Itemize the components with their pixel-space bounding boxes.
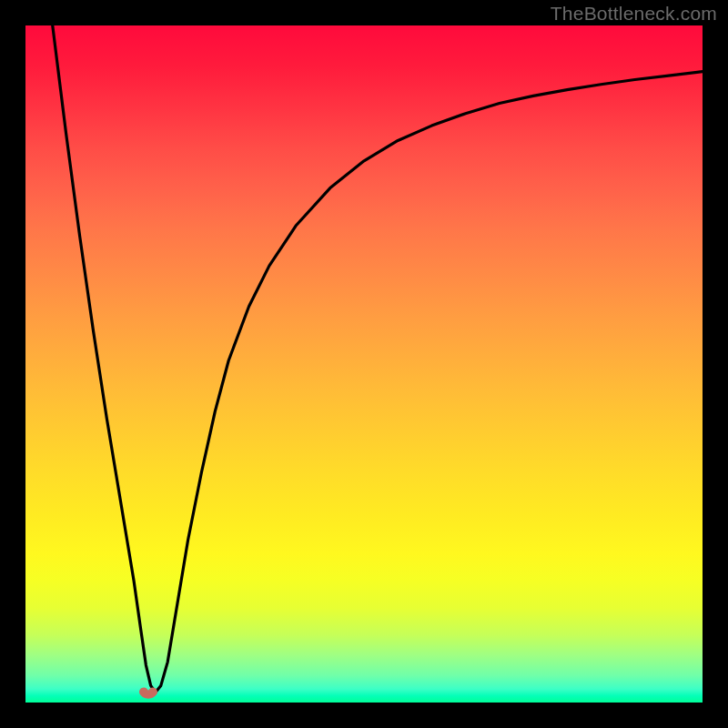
- chart-plot-area: [25, 25, 703, 703]
- bottleneck-curve: [25, 25, 703, 703]
- curve-line: [53, 25, 703, 693]
- watermark-text: TheBottleneck.com: [551, 3, 717, 25]
